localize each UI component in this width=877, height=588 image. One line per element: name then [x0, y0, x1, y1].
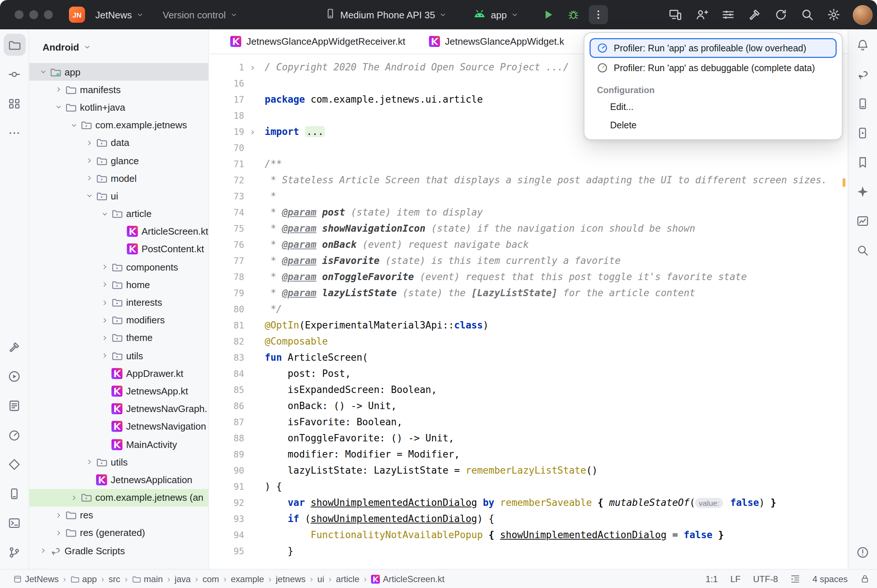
tree-toggle-icon[interactable] — [100, 208, 110, 219]
tree-item-theme[interactable]: theme — [29, 329, 208, 347]
tree-item-article[interactable]: article — [29, 205, 208, 222]
tree-toggle-icon[interactable] — [54, 510, 64, 520]
tree-item-jetnewsapp-kt[interactable]: JetnewsApp.kt — [29, 382, 208, 400]
build-icon[interactable] — [3, 336, 25, 358]
breadcrumb-item-java[interactable]: java — [174, 574, 190, 584]
code-line[interactable]: 77 * @param isFavorite (state) is this i… — [210, 253, 848, 269]
tree-item-model[interactable]: model — [29, 170, 208, 187]
code-line[interactable]: 79 * @param lazyListState (state) the [L… — [210, 285, 848, 302]
tree-toggle-icon[interactable] — [84, 457, 94, 467]
tree-item-postcontent-kt[interactable]: PostContent.kt — [29, 240, 208, 258]
build-icon[interactable] — [747, 8, 762, 22]
code-line[interactable]: 94 FunctionalityNotAvailablePopup { show… — [210, 527, 848, 543]
user-avatar[interactable] — [853, 5, 873, 24]
code-line[interactable]: 76 * @param onBack (event) request navig… — [210, 237, 848, 253]
more-actions-button[interactable] — [589, 5, 608, 24]
editor-layout-icon[interactable] — [790, 574, 800, 584]
run-icon[interactable] — [3, 365, 25, 387]
tree-toggle-icon[interactable] — [69, 120, 79, 130]
code-line[interactable]: 83fun ArticleScreen( — [210, 350, 848, 366]
code-line[interactable]: 78 * @param onToggleFavorite (event) req… — [210, 269, 848, 285]
code-line[interactable]: 81@OptIn(ExperimentalMaterial3Api::class… — [210, 318, 848, 334]
tree-toggle-icon[interactable] — [100, 262, 110, 272]
scrollbar-warning-marker[interactable] — [843, 178, 846, 187]
window-close-button[interactable] — [15, 10, 24, 19]
fold-toggle-icon[interactable] — [244, 59, 260, 75]
tree-item-com-example-jetnews-an[interactable]: com.example.jetnews (an — [29, 489, 208, 506]
code-line[interactable]: 73 * — [210, 188, 848, 204]
project-icon[interactable] — [3, 34, 25, 56]
code-line[interactable]: 87 isFavorite: Boolean, — [210, 414, 848, 430]
tree-item-utils[interactable]: utils — [29, 453, 208, 471]
breadcrumb-item-app[interactable]: app — [70, 574, 97, 584]
code-line[interactable]: 95 } — [210, 543, 848, 560]
tree-item-mainactivity[interactable]: MainActivity — [29, 435, 208, 453]
popup-item-profiler-run-app-as-profile[interactable]: Profiler: Run 'app' as profileable (low … — [589, 38, 837, 58]
more-tools-icon[interactable] — [3, 122, 25, 144]
code-line[interactable]: 70 — [210, 140, 848, 156]
app-quality-insights-icon[interactable] — [852, 210, 874, 232]
code-line[interactable]: 72 * Stateless Article Screen that displ… — [210, 172, 848, 188]
code-line[interactable]: 82@Composable — [210, 334, 848, 350]
running-devices-icon[interactable] — [852, 122, 874, 144]
gradle-icon[interactable] — [852, 63, 874, 85]
commit-icon[interactable] — [3, 63, 25, 85]
tree-item-res-generated[interactable]: res (generated) — [29, 524, 208, 542]
breadcrumb-item-jetnews[interactable]: jetnews — [276, 574, 306, 584]
terminal-icon[interactable] — [3, 512, 25, 534]
tree-toggle-icon[interactable] — [84, 173, 94, 183]
tree-item-utils[interactable]: utils — [29, 347, 208, 364]
indent-widget[interactable]: 4 spaces — [813, 574, 848, 584]
tree-item-app[interactable]: app — [29, 63, 208, 81]
tree-toggle-icon[interactable] — [54, 85, 64, 95]
find-icon[interactable] — [852, 239, 874, 261]
code-with-me-icon[interactable] — [694, 8, 709, 22]
breadcrumb-item-jetnews[interactable]: JetNews — [13, 574, 58, 584]
tree-toggle-icon[interactable] — [100, 315, 110, 325]
tree-toggle-icon[interactable] — [38, 546, 48, 556]
gemini-icon[interactable] — [852, 180, 874, 202]
device-selector[interactable]: Medium Phone API 35 — [321, 4, 451, 25]
line-separator-widget[interactable]: LF — [730, 574, 741, 584]
tree-toggle-icon[interactable] — [69, 492, 79, 502]
device-explorer-icon[interactable] — [3, 482, 25, 504]
breadcrumb-item-article[interactable]: article — [336, 574, 359, 584]
notifications-icon[interactable] — [852, 34, 874, 56]
profiler-icon[interactable] — [3, 424, 25, 446]
code-line[interactable]: 74 * @param post (state) item to display — [210, 204, 848, 220]
tree-toggle-icon[interactable] — [84, 191, 94, 201]
tree-item-home[interactable]: home — [29, 276, 208, 294]
tree-item-gradle-scripts[interactable]: Gradle Scripts — [29, 542, 208, 560]
tree-toggle-icon[interactable] — [54, 528, 64, 538]
version-control-icon[interactable] — [3, 541, 25, 563]
tree-toggle-icon[interactable] — [100, 297, 110, 308]
code-line[interactable]: 86 onBack: () -> Unit, — [210, 398, 848, 414]
code-line[interactable]: 84 post: Post, — [210, 366, 848, 382]
tree-item-modifiers[interactable]: modifiers — [29, 311, 208, 329]
tree-item-manifests[interactable]: manifests — [29, 81, 208, 98]
app-inspection-icon[interactable] — [3, 453, 25, 475]
tree-item-res[interactable]: res — [29, 506, 208, 524]
tree-item-appdrawer-kt[interactable]: AppDrawer.kt — [29, 364, 208, 382]
tree-item-jetnewsnavgraph[interactable]: JetnewsNavGraph. — [29, 400, 208, 417]
tree-toggle-icon[interactable] — [100, 280, 110, 290]
breadcrumb-item-src[interactable]: src — [108, 574, 120, 584]
lock-icon[interactable] — [860, 574, 870, 584]
todo-icon[interactable] — [3, 394, 25, 417]
project-widget[interactable]: JetNews — [91, 4, 148, 25]
breadcrumb-item-main[interactable]: main — [132, 574, 163, 584]
tree-toggle-icon[interactable] — [100, 351, 110, 361]
popup-item-profiler-run-app-as-debugga[interactable]: Profiler: Run 'app' as debuggable (compl… — [589, 58, 837, 78]
window-minimize-button[interactable] — [29, 10, 38, 19]
settings-icon[interactable] — [826, 8, 841, 22]
code-line[interactable]: 85 isExpandedScreen: Boolean, — [210, 382, 848, 398]
breadcrumb-item-articlescreen-kt[interactable]: ArticleScreen.kt — [371, 574, 444, 584]
code-line[interactable]: 88 onToggleFavorite: () -> Unit, — [210, 430, 848, 447]
run-configurations-icon[interactable] — [721, 8, 736, 22]
device-mirroring-icon[interactable] — [668, 8, 683, 22]
code-line[interactable]: 93 if (showUnimplementedActionDialog) { — [210, 511, 848, 527]
device-manager-icon[interactable] — [852, 92, 874, 114]
code-line[interactable]: 89 modifier: Modifier = Modifier, — [210, 447, 848, 463]
tree-item-com-example-jetnews[interactable]: com.example.jetnews — [29, 116, 208, 134]
search-everywhere-icon[interactable] — [800, 8, 815, 22]
